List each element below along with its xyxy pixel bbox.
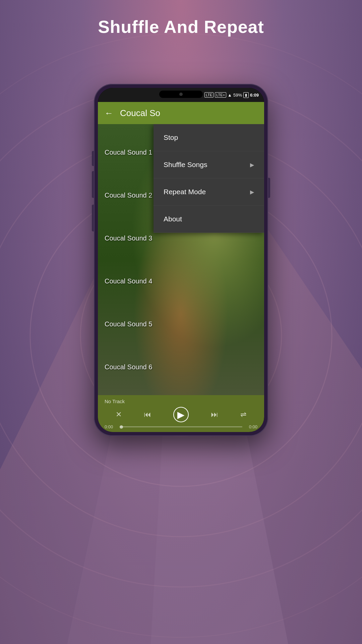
lte-icon: LTE <box>204 92 214 98</box>
context-menu: Stop Shuffle Songs ▶ Repeat Mode ▶ About <box>154 124 264 233</box>
play-button[interactable]: ▶ <box>173 407 189 422</box>
menu-item-shuffle-label: Shuffle Songs <box>164 161 207 169</box>
app-title: Coucal So <box>120 108 160 118</box>
chevron-right-icon: ▶ <box>250 189 254 195</box>
progress-indicator <box>120 425 123 429</box>
menu-item-about[interactable]: About <box>154 206 264 233</box>
menu-item-shuffle[interactable]: Shuffle Songs ▶ <box>154 151 264 178</box>
status-icons: LTE LTE+ ▲ 59% ▮ 6:09 <box>204 92 259 98</box>
media-player: No Track ✕ ⏮ ▶ ⏭ ⇌ 0:00 0:00 <box>98 395 264 432</box>
previous-button[interactable]: ⏮ <box>144 410 151 419</box>
repeat-button[interactable]: ⇌ <box>240 410 246 419</box>
progress-bar[interactable] <box>120 426 242 427</box>
menu-item-about-label: About <box>164 215 182 223</box>
clock: 6:09 <box>250 93 259 98</box>
next-button[interactable]: ⏭ <box>211 410 218 419</box>
back-button[interactable]: ← <box>105 108 113 118</box>
list-item[interactable]: Coucal Sound 4 <box>98 274 198 288</box>
volume-up-button <box>92 151 94 166</box>
lte-plus-icon: LTE+ <box>215 92 226 98</box>
player-controls: ✕ ⏮ ▶ ⏭ ⇌ <box>98 406 264 424</box>
camera-notch <box>159 91 203 98</box>
time-total: 0:00 <box>246 424 257 429</box>
app-toolbar: ← Coucal So <box>98 102 264 124</box>
list-item[interactable]: Coucal Sound 3 <box>98 231 198 246</box>
phone-device: LTE LTE+ ▲ 59% ▮ 6:09 ← Coucal So <box>94 84 268 436</box>
phone-frame: LTE LTE+ ▲ 59% ▮ 6:09 ← Coucal So <box>94 84 268 436</box>
shuffle-button[interactable]: ✕ <box>116 410 122 419</box>
battery-percent: 59% <box>233 93 242 98</box>
menu-item-stop[interactable]: Stop <box>154 124 264 151</box>
battery-icon: ▮ <box>243 92 249 98</box>
time-current: 0:00 <box>105 424 116 429</box>
list-item[interactable]: Coucal Sound 6 <box>98 360 198 374</box>
page-title: Shuffle And Repeat <box>0 17 362 37</box>
track-name: No Track <box>98 395 264 406</box>
menu-item-stop-label: Stop <box>164 133 178 142</box>
status-bar: LTE LTE+ ▲ 59% ▮ 6:09 <box>98 88 264 102</box>
front-camera <box>179 93 183 96</box>
volume-down-button <box>92 171 94 198</box>
camera-button <box>92 205 94 231</box>
power-button <box>268 178 270 198</box>
signal-icon: ▲ <box>228 93 232 98</box>
menu-item-repeat-label: Repeat Mode <box>164 188 206 196</box>
content-area: Coucal Sound 1 Coucal Sound 2 Coucal Sou… <box>98 124 264 395</box>
chevron-right-icon: ▶ <box>250 162 254 168</box>
menu-item-repeat[interactable]: Repeat Mode ▶ <box>154 178 264 206</box>
list-item[interactable]: Coucal Sound 5 <box>98 317 198 331</box>
progress-row: 0:00 0:00 <box>98 424 264 430</box>
phone-screen: LTE LTE+ ▲ 59% ▮ 6:09 ← Coucal So <box>98 88 264 432</box>
